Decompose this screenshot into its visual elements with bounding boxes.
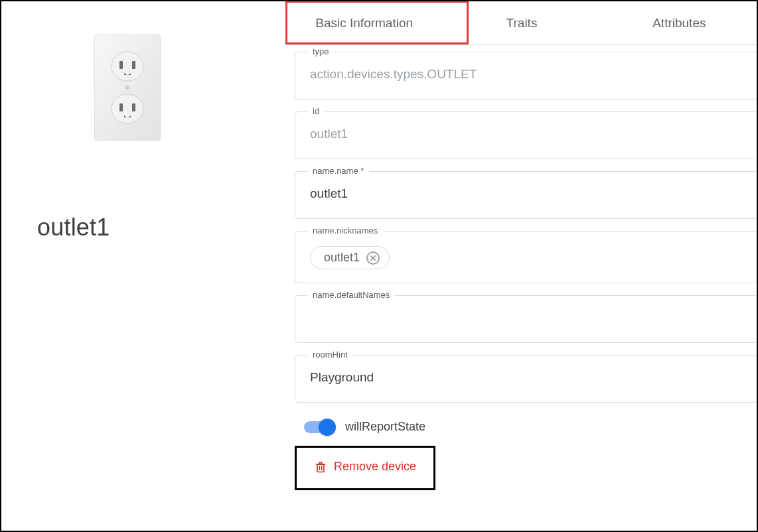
tab-label: Attributes: [652, 16, 706, 31]
svg-point-4: [125, 86, 129, 90]
field-id[interactable]: id outlet1: [295, 111, 758, 159]
field-label: type: [307, 46, 335, 56]
tab-attributes[interactable]: Attributes: [601, 1, 758, 44]
tab-traits[interactable]: Traits: [443, 1, 600, 44]
field-name-defaultnames[interactable]: name.defaultNames: [295, 295, 758, 343]
svg-rect-6: [119, 103, 123, 111]
field-name-nicknames[interactable]: name.nicknames outlet1: [295, 231, 758, 283]
field-label: roomHint: [307, 350, 353, 360]
field-label: name.name *: [307, 166, 369, 176]
svg-point-5: [112, 94, 143, 123]
field-roomhint[interactable]: roomHint: [295, 355, 758, 403]
remove-device-label: Remove device: [334, 460, 416, 474]
field-label: name.nicknames: [307, 226, 383, 235]
device-image-outlet: [94, 34, 161, 141]
device-sidebar: outlet1: [1, 1, 280, 531]
svg-rect-7: [132, 103, 135, 111]
toggle-willreportstate[interactable]: [304, 421, 333, 433]
field-value: outlet1: [310, 127, 743, 141]
form-fields: type action.devices.types.OUTLET id outl…: [285, 45, 757, 490]
field-label: id: [307, 106, 325, 116]
roomhint-input[interactable]: [310, 370, 743, 385]
field-value: action.devices.types.OUTLET: [310, 67, 743, 82]
nickname-chip[interactable]: outlet1: [310, 246, 390, 269]
tab-label: Basic Information: [315, 16, 413, 31]
highlight-box-remove: Remove device: [295, 446, 435, 490]
svg-point-1: [112, 52, 143, 81]
trash-icon: [314, 460, 327, 474]
svg-rect-2: [119, 61, 123, 69]
tab-basic-information[interactable]: Basic Information: [285, 1, 443, 44]
field-name-name[interactable]: name.name *: [295, 171, 758, 219]
name-name-input[interactable]: [310, 186, 743, 201]
remove-device-button[interactable]: Remove device: [314, 460, 416, 474]
toggle-label: willReportState: [345, 420, 425, 434]
field-type[interactable]: type action.devices.types.OUTLET: [295, 52, 758, 100]
svg-rect-3: [132, 61, 135, 69]
device-detail-panel: Basic Information Traits Attributes type…: [285, 1, 757, 531]
svg-rect-8: [317, 464, 324, 472]
nickname-chip-label: outlet1: [324, 251, 360, 265]
toggle-willreportstate-row: willReportState: [295, 415, 757, 446]
tab-label: Traits: [506, 16, 538, 31]
remove-chip-icon[interactable]: [366, 251, 380, 265]
device-title: outlet1: [37, 214, 247, 241]
field-label: name.defaultNames: [307, 290, 395, 300]
tabs-bar: Basic Information Traits Attributes: [285, 1, 758, 45]
